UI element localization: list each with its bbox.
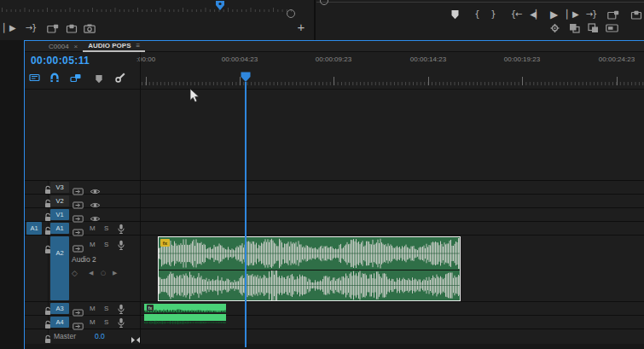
fx-badge: fx	[160, 239, 170, 247]
track-header-a1: A1 A1 M S	[25, 222, 140, 236]
ruler-label: 00:00:04:23	[222, 55, 258, 63]
program-zoom-handle[interactable]	[320, 0, 328, 5]
nest-toggle-button[interactable]	[27, 72, 41, 84]
track-header-master: Master 0.0	[25, 329, 140, 344]
playhead-timecode[interactable]: 00:00:05:11	[31, 55, 90, 67]
sync-lock-icon[interactable]	[73, 241, 84, 256]
tab-audio-pops[interactable]: AUDIO POPS ≡	[83, 41, 145, 52]
source-zoom-handle[interactable]	[287, 9, 295, 18]
master-volume-value[interactable]: 0.0	[95, 332, 105, 340]
camera-icon	[84, 24, 96, 33]
link-icon	[70, 71, 82, 86]
track-target-v1[interactable]: V1	[50, 209, 69, 220]
lift-icon	[607, 10, 619, 20]
button-editor-add-button[interactable]: +	[293, 20, 309, 33]
ruler-label: 00:00:14:23	[410, 55, 446, 63]
track-header-v2: V2	[25, 195, 140, 207]
timeline-ruler[interactable]	[140, 73, 644, 82]
solo-button-a3[interactable]: S	[104, 305, 108, 312]
gear-icon	[549, 23, 560, 33]
source-scrubber[interactable]	[0, 0, 293, 9]
go-to-in-button[interactable]: {←	[508, 8, 524, 21]
solo-button-a1[interactable]: S	[104, 224, 108, 232]
mark-out-button[interactable]: }	[485, 8, 501, 21]
solo-button-a4[interactable]: S	[104, 318, 108, 326]
mute-button-a1[interactable]: M	[90, 224, 96, 232]
tab-c0004[interactable]: C0004 ×	[44, 41, 83, 52]
master-track-label[interactable]: Master	[54, 332, 76, 340]
lock-icon[interactable]	[44, 332, 52, 347]
panel-bottom-strip	[25, 344, 644, 349]
multi-camera-icon	[588, 23, 599, 33]
track-target-a4[interactable]: A4	[50, 317, 69, 328]
prev-keyframe-button[interactable]: ◀	[89, 270, 93, 276]
comparison-view-icon	[569, 23, 580, 33]
close-icon[interactable]: ×	[74, 43, 78, 50]
add-keyframe-button[interactable]: ◇	[72, 269, 78, 277]
mute-button-a3[interactable]: M	[90, 305, 96, 312]
audio-clip-a2-selected[interactable]: fx	[158, 236, 461, 301]
source-playhead-marker[interactable]	[214, 0, 226, 12]
wrench-icon	[115, 71, 125, 86]
mute-button-a2[interactable]: M	[90, 241, 96, 248]
track-target-a1[interactable]: A1	[50, 223, 69, 234]
next-keyframe-button[interactable]: ▶	[113, 270, 117, 276]
extract-button[interactable]	[629, 8, 644, 21]
multi-camera-button[interactable]	[585, 21, 600, 35]
button-editor-button[interactable]	[604, 21, 619, 35]
mouse-cursor	[189, 88, 200, 103]
play-button[interactable]: ▶	[546, 8, 561, 21]
step-forward-button[interactable]: ▏▶	[565, 8, 580, 21]
add-marker-button[interactable]	[447, 8, 462, 21]
track-header-a4: A4 M S	[25, 316, 140, 329]
source-patch-a1[interactable]: A1	[26, 222, 42, 235]
track-target-v3[interactable]: V3	[50, 182, 69, 193]
track-name-audio2[interactable]: Audio 2	[72, 255, 96, 264]
play-in-to-out-button[interactable]: ▏▶	[2, 21, 17, 35]
timeline-playhead-head[interactable]	[240, 72, 252, 83]
pan-bowtie-icon[interactable]	[131, 332, 141, 347]
waveform-channel-1	[159, 238, 460, 269]
track-target-a2[interactable]: A2	[50, 236, 69, 300]
linked-selection-button[interactable]	[69, 72, 83, 84]
lift-button[interactable]	[606, 8, 621, 21]
tab-c0004-label: C0004	[49, 43, 69, 50]
ruler-label: 00:00:09:23	[316, 55, 351, 63]
step-back-button[interactable]: ◀▏	[528, 8, 543, 21]
go-to-out-button-program[interactable]: →}	[583, 8, 599, 21]
comparison-view-button[interactable]	[566, 21, 582, 35]
add-marker-timeline-button[interactable]	[92, 73, 106, 85]
tab-audio-pops-label: AUDIO POPS	[88, 42, 131, 49]
monitor-strip: ▏▶ →} + { } {← ◀▏ ▶ ▏▶ →}	[0, 0, 644, 40]
audio-clip-a3[interactable]: fx	[144, 304, 226, 312]
solo-button-a2[interactable]: S	[104, 241, 108, 248]
mark-in-button[interactable]: {	[469, 8, 484, 21]
track-target-a3[interactable]: A3	[50, 303, 69, 314]
track-target-v2[interactable]: V2	[50, 195, 69, 206]
settings-button[interactable]	[547, 21, 562, 35]
snap-button[interactable]	[48, 72, 61, 84]
timeline-settings-button[interactable]	[113, 72, 127, 84]
export-frame-button[interactable]	[82, 21, 97, 35]
mic-icon[interactable]	[117, 239, 125, 254]
insert-icon	[47, 24, 59, 33]
panel-menu-icon[interactable]: ≡	[136, 42, 140, 49]
waveform-channel-2	[159, 270, 460, 300]
fx-badge: fx	[147, 305, 154, 311]
extract-icon	[630, 10, 642, 20]
header-clip-divider	[140, 52, 141, 344]
timeline-playhead-line[interactable]	[245, 82, 247, 347]
ruler-label: 00:00:24:23	[599, 55, 635, 63]
divider	[25, 89, 644, 90]
audio-clip-a4[interactable]	[144, 314, 226, 321]
mute-button-a4[interactable]: M	[90, 318, 96, 326]
timeline-tabbar: C0004 × AUDIO POPS ≡	[25, 41, 644, 52]
overwrite-button[interactable]	[64, 21, 79, 35]
waveform	[144, 314, 226, 321]
keyframe-dot-button[interactable]: ○	[101, 270, 106, 276]
track-header-v3: V3	[25, 181, 140, 194]
program-scrubber[interactable]	[316, 2, 644, 3]
insert-button[interactable]	[45, 21, 61, 35]
go-to-out-button[interactable]: →}	[23, 21, 38, 35]
magnet-icon	[49, 71, 60, 86]
